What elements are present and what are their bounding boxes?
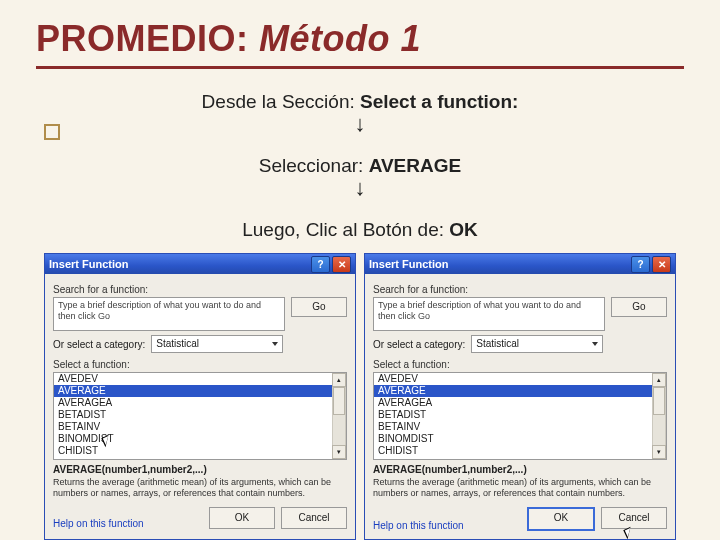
category-label: Or select a category: <box>53 339 145 350</box>
list-item-selected[interactable]: AVERAGE <box>374 385 652 397</box>
function-signature: AVERAGE(number1,number2,...) <box>53 464 347 475</box>
list-item[interactable]: AVEDEV <box>54 373 332 385</box>
dialog-title: Insert Function <box>49 258 128 270</box>
list-item[interactable]: AVERAGEA <box>54 397 332 409</box>
list-item[interactable]: AVERAGEA <box>374 397 652 409</box>
instr3-text: Luego, Clic al Botón de: <box>242 219 449 240</box>
list-item[interactable]: CHIDIST <box>54 445 332 457</box>
arrow-2: ↓ <box>36 179 684 197</box>
title-roman: PROMEDIO: <box>36 18 259 59</box>
insert-function-dialog-1: Insert Function ? ✕ Search for a functio… <box>44 253 356 540</box>
dialog-body: Search for a function: Type a brief desc… <box>365 274 675 539</box>
instr1-text: Desde la Sección: <box>202 91 360 112</box>
function-description: Returns the average (arithmetic mean) of… <box>373 477 667 499</box>
category-value: Statistical <box>156 336 199 352</box>
cancel-button[interactable]: Cancel <box>281 507 347 529</box>
scrollbar[interactable]: ▴ ▾ <box>332 373 346 459</box>
insert-function-dialog-2: Insert Function ? ✕ Search for a functio… <box>364 253 676 540</box>
scrollbar[interactable]: ▴ ▾ <box>652 373 666 459</box>
category-select[interactable]: Statistical <box>151 335 283 353</box>
cancel-button[interactable]: Cancel <box>601 507 667 529</box>
search-label: Search for a function: <box>53 284 347 295</box>
category-select[interactable]: Statistical <box>471 335 603 353</box>
list-item[interactable]: BETAINV <box>54 421 332 433</box>
scroll-up-icon[interactable]: ▴ <box>332 373 346 387</box>
screenshots-row: Insert Function ? ✕ Search for a functio… <box>36 253 684 540</box>
dialog-buttons: OK Cancel <box>144 507 347 529</box>
instr1-bold: Select a function: <box>360 91 518 112</box>
scroll-down-icon[interactable]: ▾ <box>332 445 346 459</box>
instruction-3: Luego, Clic al Botón de: OK <box>36 219 684 241</box>
scroll-track[interactable] <box>652 387 666 445</box>
function-description: Returns the average (arithmetic mean) of… <box>53 477 347 499</box>
list-item[interactable]: BINOMDIST <box>54 433 332 445</box>
ok-button[interactable]: OK <box>209 507 275 529</box>
close-icon[interactable]: ✕ <box>652 256 671 273</box>
scroll-track[interactable] <box>332 387 346 445</box>
select-function-label: Select a function: <box>53 359 347 370</box>
chevron-down-icon <box>592 342 598 346</box>
help-link[interactable]: Help on this function <box>53 518 144 529</box>
list-item[interactable]: BINOMDIST <box>374 433 652 445</box>
category-value: Statistical <box>476 336 519 352</box>
select-function-label: Select a function: <box>373 359 667 370</box>
chevron-down-icon <box>272 342 278 346</box>
scroll-thumb[interactable] <box>333 387 345 415</box>
help-link[interactable]: Help on this function <box>373 520 464 531</box>
scroll-down-icon[interactable]: ▾ <box>652 445 666 459</box>
scroll-up-icon[interactable]: ▴ <box>652 373 666 387</box>
instruction-1: Desde la Sección: Select a function: <box>36 91 684 113</box>
search-label: Search for a function: <box>373 284 667 295</box>
dialog-buttons: OK Cancel <box>464 507 667 531</box>
instr3-bold: OK <box>449 219 478 240</box>
function-list: AVEDEV AVERAGE AVERAGEA BETADIST BETAINV… <box>374 373 652 459</box>
function-listbox[interactable]: AVEDEV AVERAGE AVERAGEA BETADIST BETAINV… <box>373 372 667 460</box>
titlebar: Insert Function ? ✕ <box>45 254 355 274</box>
instr2-text: Seleccionar: <box>259 155 369 176</box>
category-row: Or select a category: Statistical <box>53 335 347 353</box>
slide: PROMEDIO: Método 1 Desde la Sección: Sel… <box>0 0 720 540</box>
list-item[interactable]: CHIDIST <box>374 445 652 457</box>
dialog-body: Search for a function: Type a brief desc… <box>45 274 355 537</box>
list-item[interactable]: BETADIST <box>54 409 332 421</box>
function-list: AVEDEV AVERAGE AVERAGEA BETADIST BETAINV… <box>54 373 332 459</box>
close-icon[interactable]: ✕ <box>332 256 351 273</box>
list-item[interactable]: BETADIST <box>374 409 652 421</box>
go-button[interactable]: Go <box>611 297 667 317</box>
list-item[interactable]: AVEDEV <box>374 373 652 385</box>
scroll-thumb[interactable] <box>653 387 665 415</box>
bullet-square <box>44 124 60 140</box>
slide-title: PROMEDIO: Método 1 <box>36 18 684 69</box>
ok-button[interactable]: OK <box>527 507 595 531</box>
help-icon[interactable]: ? <box>311 256 330 273</box>
search-input[interactable]: Type a brief description of what you wan… <box>53 297 285 331</box>
help-icon[interactable]: ? <box>631 256 650 273</box>
titlebar: Insert Function ? ✕ <box>365 254 675 274</box>
arrow-1: ↓ <box>36 115 684 133</box>
list-item-selected[interactable]: AVERAGE <box>54 385 332 397</box>
go-button[interactable]: Go <box>291 297 347 317</box>
function-signature: AVERAGE(number1,number2,...) <box>373 464 667 475</box>
dialog-title: Insert Function <box>369 258 448 270</box>
category-row: Or select a category: Statistical <box>373 335 667 353</box>
instr2-bold: AVERAGE <box>369 155 462 176</box>
instruction-2: Seleccionar: AVERAGE <box>36 155 684 177</box>
search-input[interactable]: Type a brief description of what you wan… <box>373 297 605 331</box>
category-label: Or select a category: <box>373 339 465 350</box>
title-italic: Método 1 <box>259 18 421 59</box>
function-listbox[interactable]: AVEDEV AVERAGE AVERAGEA BETADIST BETAINV… <box>53 372 347 460</box>
list-item[interactable]: BETAINV <box>374 421 652 433</box>
